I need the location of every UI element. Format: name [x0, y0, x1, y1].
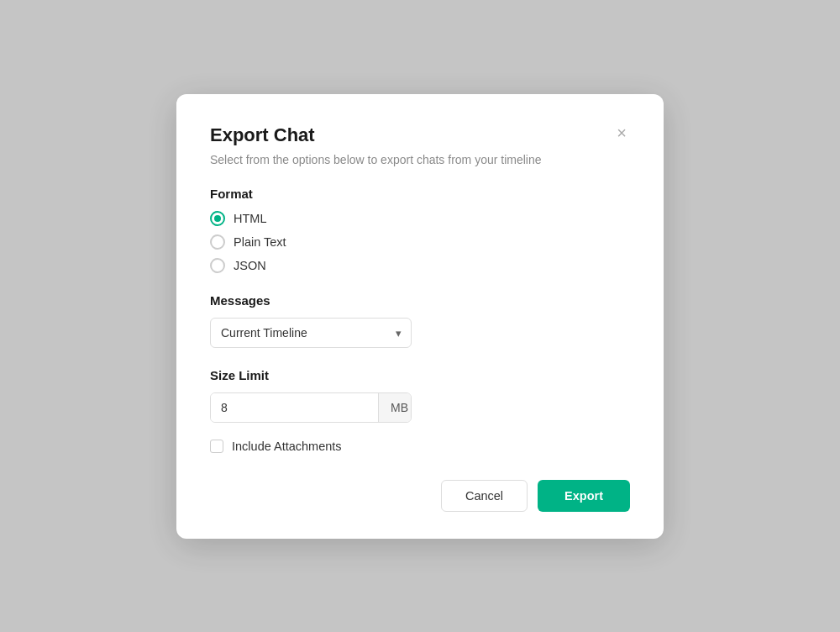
modal-subtitle: Select from the options below to export …	[210, 153, 630, 166]
modal-footer: Cancel Export	[210, 480, 630, 512]
modal-overlay: Export Chat × Select from the options be…	[0, 0, 840, 632]
size-limit-section: Size Limit MB	[210, 368, 630, 423]
format-json-option[interactable]: JSON	[210, 258, 630, 273]
size-limit-input[interactable]	[211, 393, 378, 422]
export-chat-modal: Export Chat × Select from the options be…	[176, 94, 664, 539]
format-label: Format	[210, 187, 630, 201]
format-plaintext-radio[interactable]	[210, 234, 225, 250]
format-section: Format HTML Plain Text JSON	[210, 187, 630, 273]
format-json-radio[interactable]	[210, 258, 225, 273]
cancel-button[interactable]: Cancel	[441, 480, 528, 512]
format-plaintext-option[interactable]: Plain Text	[210, 234, 630, 250]
size-limit-label: Size Limit	[210, 368, 630, 382]
include-attachments-option[interactable]: Include Attachments	[210, 440, 630, 453]
include-attachments-checkbox[interactable]	[210, 440, 223, 453]
messages-dropdown[interactable]: Current Timeline All Messages Selected	[210, 318, 412, 348]
format-html-option[interactable]: HTML	[210, 211, 630, 226]
include-attachments-label: Include Attachments	[232, 440, 342, 453]
format-html-radio[interactable]	[210, 211, 225, 226]
size-limit-unit: MB	[378, 393, 412, 422]
size-input-wrapper: MB	[210, 392, 412, 423]
format-plaintext-label: Plain Text	[234, 235, 286, 249]
messages-dropdown-wrapper: Current Timeline All Messages Selected ▾	[210, 318, 412, 348]
messages-label: Messages	[210, 293, 630, 308]
messages-section: Messages Current Timeline All Messages S…	[210, 293, 630, 348]
export-button[interactable]: Export	[538, 480, 630, 512]
modal-header: Export Chat ×	[210, 124, 630, 146]
format-html-label: HTML	[234, 212, 266, 225]
format-json-label: JSON	[234, 259, 266, 272]
close-button[interactable]: ×	[613, 123, 630, 143]
modal-title: Export Chat	[210, 124, 315, 146]
attachments-section: Include Attachments	[210, 440, 630, 453]
